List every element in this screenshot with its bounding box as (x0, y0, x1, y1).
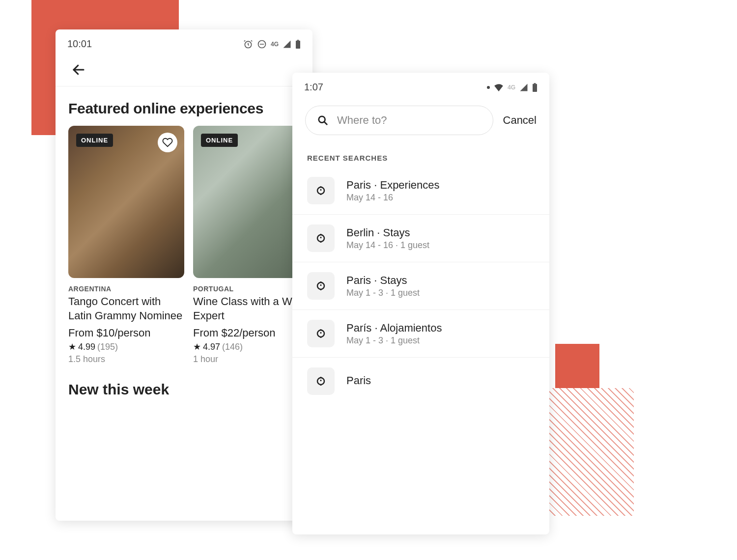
back-arrow-icon[interactable] (71, 62, 86, 77)
card-price: From $10/person (68, 327, 184, 339)
card-country: ARGENTINA (68, 285, 184, 293)
cancel-button[interactable]: Cancel (503, 114, 537, 127)
history-icon-box (307, 224, 335, 252)
card-rating: ★ 4.99 (195) (68, 341, 184, 352)
history-icon-box (307, 272, 335, 300)
card-country: PORTUGAL (193, 285, 309, 293)
recent-search-item[interactable]: Paris (292, 358, 549, 405)
recent-subtitle: May 14 - 16 · 1 guest (346, 240, 429, 251)
rating-value: 4.97 (203, 342, 220, 352)
svg-line-9 (324, 122, 327, 125)
recent-title: Paris · Experiences (346, 179, 440, 192)
recent-subtitle: May 1 - 3 · 1 guest (346, 288, 420, 298)
svg-rect-7 (534, 83, 536, 84)
status-bar: 10:01 4G (56, 29, 312, 54)
status-bar: 1:07 4G (292, 73, 549, 97)
card-image: ONLINE (193, 126, 309, 278)
phone-search: 1:07 4G Where to? Cancel RECENT SEARCHES… (292, 73, 549, 534)
dot-icon (487, 86, 490, 89)
featured-title: Featured online experiences (56, 86, 312, 126)
network-label: 4G (271, 41, 279, 48)
recent-title: Paris (346, 374, 371, 387)
history-icon (315, 232, 327, 244)
decorative-red-block-small (555, 344, 599, 388)
recent-title: Berlin · Stays (346, 226, 429, 239)
rating-count: (146) (222, 342, 243, 352)
network-label: 4G (508, 84, 515, 91)
heart-icon (162, 137, 173, 148)
alarm-icon (243, 39, 253, 49)
battery-icon (532, 83, 538, 92)
card-duration: 1.5 hours (68, 354, 184, 364)
status-time: 10:01 (67, 38, 92, 50)
do-not-disturb-icon (257, 39, 267, 49)
svg-rect-6 (533, 84, 537, 91)
recent-title: París · Alojamientos (346, 322, 442, 335)
card-title: Tango Concert with Latin Grammy Nominee (68, 295, 184, 323)
battery-icon (295, 40, 301, 49)
history-icon (315, 328, 327, 339)
history-icon (315, 375, 327, 387)
history-icon-box (307, 320, 335, 347)
recent-search-item[interactable]: Paris · Stays May 1 - 3 · 1 guest (292, 262, 549, 310)
history-icon (315, 280, 327, 292)
search-icon (317, 115, 328, 126)
new-this-week-title: New this week (56, 364, 312, 407)
search-row: Where to? Cancel (292, 97, 549, 140)
status-icons: 4G (243, 39, 301, 49)
recent-search-item[interactable]: Berlin · Stays May 14 - 16 · 1 guest (292, 215, 549, 262)
recent-subtitle: May 14 - 16 (346, 193, 440, 203)
experience-card[interactable]: ONLINE PORTUGAL Wine Class with a Wine E… (193, 126, 309, 364)
rating-value: 4.99 (78, 342, 95, 352)
recent-search-item[interactable]: París · Alojamientos May 1 - 3 · 1 guest (292, 310, 549, 358)
wifi-icon (494, 84, 504, 91)
history-icon (315, 185, 327, 196)
rating-count: (195) (97, 342, 118, 352)
recent-subtitle: May 1 - 3 · 1 guest (346, 336, 442, 346)
cards-row[interactable]: ONLINE ARGENTINA Tango Concert with Lati… (56, 126, 312, 364)
status-time: 1:07 (304, 82, 323, 93)
search-placeholder: Where to? (337, 114, 387, 127)
card-image: ONLINE (68, 126, 184, 278)
card-price: From $22/person (193, 327, 309, 339)
star-icon: ★ (193, 341, 201, 352)
status-icons: 4G (487, 83, 538, 92)
card-title: Wine Class with a Wine Expert (193, 295, 309, 323)
star-icon: ★ (68, 341, 76, 352)
card-duration: 1 hour (193, 354, 309, 364)
history-icon-box (307, 177, 335, 204)
card-rating: ★ 4.97 (146) (193, 341, 309, 352)
history-icon-box (307, 367, 335, 395)
search-input[interactable]: Where to? (305, 106, 493, 135)
signal-icon (283, 40, 291, 49)
online-badge: ONLINE (201, 134, 238, 147)
svg-rect-3 (296, 40, 300, 48)
signal-icon (519, 83, 528, 92)
recent-searches-label: RECENT SEARCHES (292, 140, 549, 167)
recent-title: Paris · Stays (346, 274, 420, 287)
phone-featured: 10:01 4G Featured online experiences ONL… (56, 29, 312, 521)
favorite-button[interactable] (158, 133, 177, 152)
svg-rect-4 (297, 40, 299, 41)
online-badge: ONLINE (76, 134, 113, 147)
experience-card[interactable]: ONLINE ARGENTINA Tango Concert with Lati… (68, 126, 184, 364)
recent-search-item[interactable]: Paris · Experiences May 14 - 16 (292, 167, 549, 215)
